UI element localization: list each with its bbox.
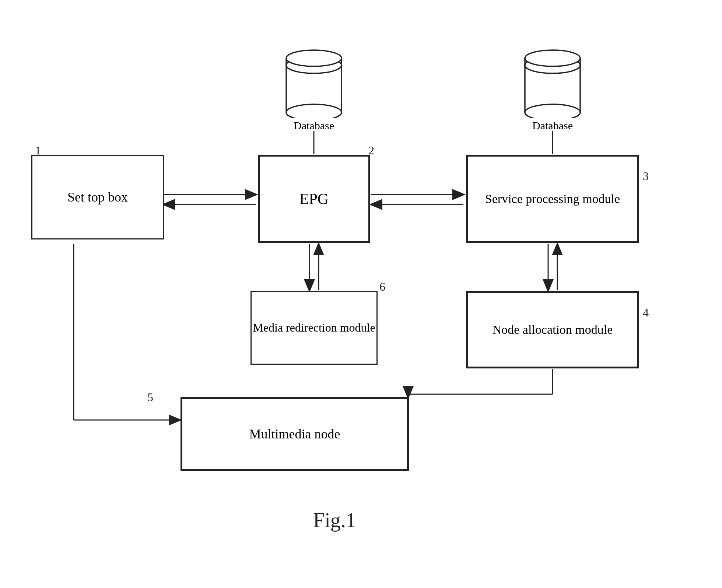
node-allocation-module-label: Node allocation module [493, 322, 613, 338]
media-redirection-module: Media redirection module [250, 291, 378, 365]
database-right: Database [523, 44, 582, 132]
diagram: Database Database Set top box EPG Servic… [0, 0, 722, 588]
set-top-box-label: Set top box [67, 189, 128, 206]
epg-label: EPG [299, 189, 329, 209]
node-allocation-module: Node allocation module [466, 291, 639, 368]
database-left-icon [284, 44, 343, 118]
svg-point-25 [286, 50, 341, 66]
label-5: 5 [147, 391, 153, 404]
label-4: 4 [643, 306, 649, 319]
multimedia-node: Multimedia node [180, 397, 409, 471]
svg-point-16 [286, 104, 341, 118]
service-processing-module: Service processing module [466, 155, 639, 243]
multimedia-node-label: Multimedia node [249, 426, 340, 443]
database-left: Database [284, 44, 343, 132]
database-left-label: Database [294, 119, 334, 132]
label-6: 6 [379, 280, 385, 294]
database-right-label: Database [532, 119, 573, 132]
label-1: 1 [35, 144, 41, 157]
database-right-icon [523, 44, 582, 118]
media-redirection-module-label: Media redirection module [253, 320, 375, 336]
label-3: 3 [643, 169, 649, 183]
svg-point-27 [525, 104, 580, 118]
figure-label: Fig.1 [313, 508, 356, 532]
label-2: 2 [368, 144, 374, 157]
epg: EPG [258, 155, 370, 243]
svg-point-36 [525, 50, 580, 66]
set-top-box: Set top box [31, 155, 164, 239]
service-processing-module-label: Service processing module [485, 191, 620, 207]
